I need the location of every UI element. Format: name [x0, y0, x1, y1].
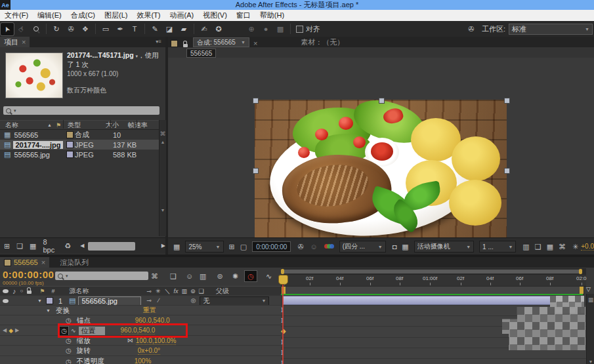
workspace-icon[interactable]: ✇ — [465, 23, 478, 35]
menu-help[interactable]: 帮助(H) — [255, 10, 289, 20]
parent-select[interactable]: 无 ▼ — [200, 296, 269, 306]
comp-viewer[interactable] — [168, 58, 594, 237]
current-time-display[interactable]: 0:00:00:00 00000 (10.00 fps) — [3, 269, 54, 286]
column-divider[interactable] — [137, 120, 137, 129]
layer-label-swatch[interactable] — [46, 297, 53, 304]
footage-thumbnail[interactable] — [5, 52, 63, 98]
navigator-end-handle[interactable] — [579, 269, 582, 274]
menu-file[interactable]: 文件(F) — [0, 10, 33, 20]
selection-tool[interactable]: ➤ — [1, 23, 14, 35]
col-size[interactable]: 大小 — [106, 121, 119, 130]
shape-tool[interactable]: ▭ — [99, 23, 112, 35]
selection-handle[interactable] — [253, 98, 259, 104]
comp-label-swatch[interactable] — [171, 40, 178, 47]
menu-animation[interactable]: 动画(A) — [165, 10, 199, 20]
region-of-interest-icon[interactable]: ▢ — [240, 243, 247, 251]
project-row-jpg1[interactable]: ▤ 201774-....jpg JPEG 137 KB — [0, 140, 159, 150]
video-column-icon[interactable] — [3, 289, 9, 293]
keyframe-toggle-icon[interactable]: ◆ — [9, 327, 13, 334]
audio-column-icon[interactable]: ♪ — [12, 288, 16, 295]
column-divider[interactable] — [110, 120, 111, 129]
layer-expand-icon[interactable]: ▼ — [37, 298, 42, 303]
fast-preview-icon[interactable]: ❑ — [535, 243, 541, 251]
selection-handle[interactable] — [504, 168, 510, 174]
eraser-tool[interactable]: ▰ — [177, 23, 190, 35]
sort-asc-icon[interactable]: ▲ — [47, 123, 52, 127]
lock-column-icon[interactable] — [27, 291, 32, 294]
layer-visibility-icon[interactable] — [3, 299, 9, 303]
chevron-down-icon[interactable]: ▼ — [241, 40, 245, 45]
reset-link[interactable]: 重置 — [143, 306, 156, 315]
close-icon[interactable]: × — [253, 39, 257, 47]
col-type[interactable]: 类型 — [68, 121, 81, 130]
panel-menu-icon[interactable]: ▾≡ — [156, 39, 161, 45]
selection-handle[interactable] — [253, 168, 259, 174]
snap-checkbox[interactable]: 对齐 — [296, 24, 320, 34]
stopwatch-icon[interactable]: ◷ — [66, 347, 72, 354]
menu-effect[interactable]: 效果(T) — [132, 10, 165, 20]
layer-collapse-icon[interactable]: ⊸ — [146, 298, 152, 304]
pen-tool[interactable]: ✒ — [114, 23, 127, 35]
auto-keyframe-icon[interactable]: ◷ — [245, 271, 257, 281]
label-swatch[interactable] — [66, 151, 74, 158]
zoom-tool[interactable] — [30, 23, 43, 35]
clone-stamp-tool[interactable]: ◪ — [163, 23, 176, 35]
project-search-input[interactable]: ▾ — [3, 106, 159, 115]
resolution-select[interactable]: (四分 ... ▼ — [339, 241, 386, 253]
layer-name[interactable]: 556565.jpg — [78, 296, 141, 306]
snapshot-icon[interactable]: ✇ — [297, 243, 303, 251]
opacity-row[interactable]: ◷ 不透明度 100% — [0, 355, 281, 364]
camera-select[interactable]: 活动摄像机 ▼ — [414, 241, 474, 253]
layer-quality-icon[interactable]: ∕ — [158, 298, 159, 304]
target-region-icon[interactable]: ◘ — [392, 243, 397, 251]
tab-composition[interactable]: 合成: 556565 ▼ — [193, 37, 249, 47]
draft-3d-icon[interactable]: ❑ — [170, 273, 177, 280]
motion-blur-icon[interactable]: ⊚ — [217, 273, 223, 280]
column-divider[interactable] — [63, 120, 64, 129]
close-icon[interactable]: × — [41, 258, 45, 266]
layer-row[interactable]: ▼ 1 ▤ 556565.jpg ⊸ ∕ ◎ 无 ▼ — [0, 295, 281, 306]
scroll-down-icon[interactable]: ▼ — [587, 359, 594, 364]
group-expand-icon[interactable]: ▼ — [46, 308, 51, 313]
comp-mini-flowchart-icon[interactable]: ⌘ — [151, 273, 158, 280]
selection-handle[interactable] — [504, 98, 510, 104]
next-keyframe-icon[interactable]: ▶ — [15, 328, 19, 333]
menu-window[interactable]: 窗口 — [232, 10, 255, 20]
roto-brush-tool[interactable]: ✍ — [198, 23, 211, 35]
playhead-handle[interactable] — [278, 275, 288, 285]
menu-layer[interactable]: 图层(L) — [100, 10, 132, 20]
frame-blending-icon[interactable]: ▥ — [200, 273, 206, 280]
transform-group-row[interactable]: ▼ 变换 重置 — [0, 305, 281, 315]
pan-behind-tool[interactable]: ❖ — [79, 23, 92, 35]
close-icon[interactable]: × — [22, 38, 26, 46]
opacity-value[interactable]: 100% — [135, 357, 152, 364]
time-ruler[interactable]: 0f 02f 04f 06f 08f 01:00f 02f 04f 06f 08… — [281, 275, 586, 287]
work-area-end-handle[interactable] — [580, 287, 583, 294]
graph-editor-icon[interactable]: ∿ — [266, 273, 272, 280]
comp-marker-bin-icon[interactable]: ▽ — [586, 286, 591, 293]
label-swatch[interactable] — [66, 141, 74, 148]
tab-project[interactable]: 项目 × — [0, 37, 30, 47]
scroll-right-icon[interactable]: ▶ — [161, 243, 165, 249]
rotation-value[interactable]: 0x+0.0° — [138, 347, 160, 355]
trash-icon[interactable]: ♻ — [64, 243, 71, 250]
exposure-reset-icon[interactable]: ✳ — [572, 243, 578, 251]
layer-duration-bar[interactable] — [282, 296, 584, 305]
scroll-left-icon[interactable]: ◀ — [80, 243, 84, 249]
solo-column-icon[interactable]: ○ — [20, 289, 24, 294]
view-layout-select[interactable]: 1 ... ▼ — [479, 241, 516, 253]
safe-margins-icon[interactable]: ⊞ — [229, 243, 235, 251]
new-folder-icon[interactable]: ❏ — [16, 243, 23, 250]
chevron-down-icon[interactable]: ▾ — [14, 108, 16, 113]
h-scrollbar-thumb[interactable] — [88, 242, 135, 251]
scroll-down-icon[interactable]: ▼ — [159, 208, 166, 212]
food-image-layer[interactable] — [255, 100, 507, 241]
text-tool[interactable]: T — [128, 23, 141, 35]
stopwatch-icon[interactable]: ◷ — [66, 337, 72, 344]
index-column-icon[interactable]: # — [51, 289, 54, 294]
timeline-search-input[interactable]: ▾ — [55, 272, 148, 280]
stopwatch-icon[interactable]: ◷ — [66, 358, 72, 364]
time-navigator[interactable] — [281, 268, 586, 275]
source-name-column[interactable]: 源名称 — [69, 287, 89, 296]
menu-edit[interactable]: 编辑(E) — [33, 10, 66, 20]
